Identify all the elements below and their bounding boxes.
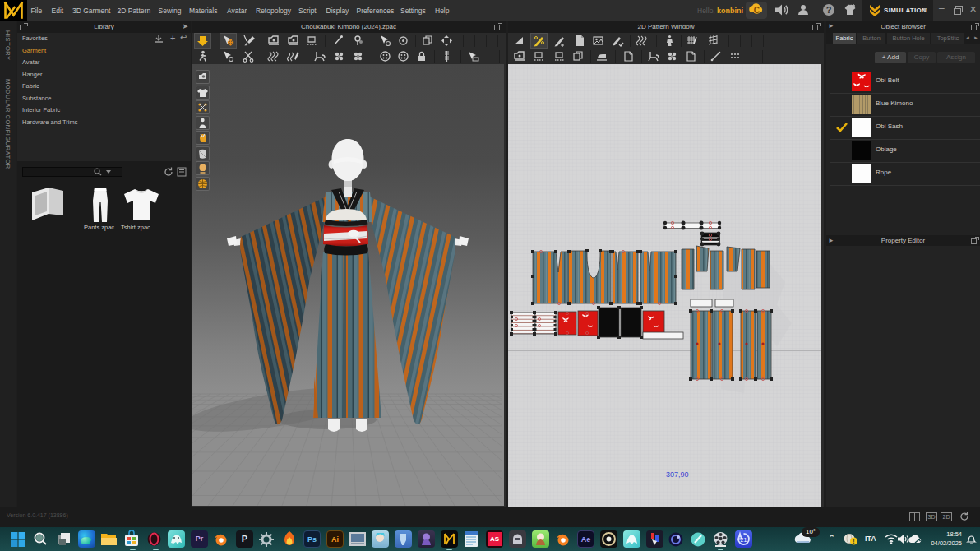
svg-text:C: C bbox=[754, 6, 760, 15]
svg-text:307,90: 307,90 bbox=[666, 470, 689, 479]
svg-text:?: ? bbox=[826, 5, 832, 15]
svg-text:21: 21 bbox=[741, 537, 747, 543]
svg-text:!: ! bbox=[853, 539, 854, 544]
